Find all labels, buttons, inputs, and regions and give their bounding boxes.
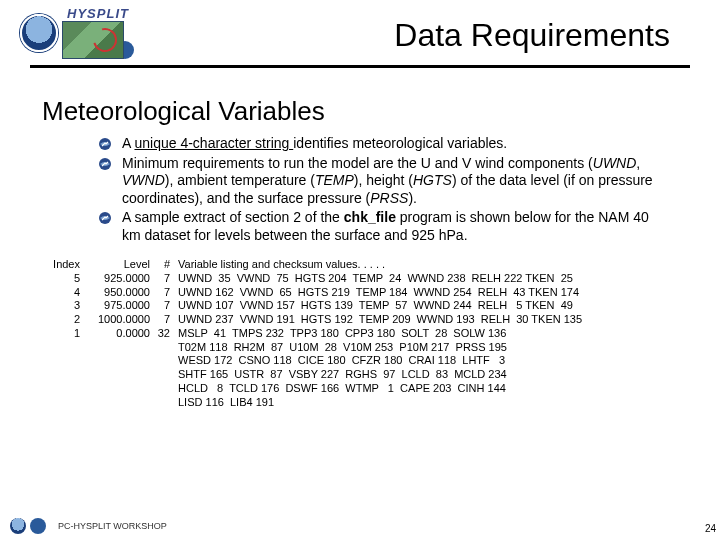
arl-mini-icon [30,518,46,534]
col-header: Variable listing and checksum values. . … [178,258,385,270]
bullet-item: Minimum requirements to run the model ar… [98,155,670,208]
var-name: PRSS [370,190,408,206]
footer-text: PC-HYSPLIT WORKSHOP [58,521,167,531]
map-graphic-icon [62,21,124,59]
bullet-icon [98,211,112,225]
bullet-item: A unique 4-character string identifies m… [98,135,670,153]
col-header: Index [53,258,80,270]
text-fragment: Minimum requirements to run the model ar… [122,155,593,171]
bullet-list: A unique 4-character string identifies m… [98,135,670,244]
index-column: Index 5 4 3 2 1 [42,258,80,409]
underlined-phrase: unique 4-character string [134,135,293,151]
bullet-text: A unique 4-character string identifies m… [122,135,670,153]
slide-title: Data Requirements [134,11,700,54]
logo-block: HYSPLIT [20,6,134,59]
text-fragment: ), height ( [354,172,413,188]
var-name: HGTS [413,172,452,188]
hysplit-logo-group: HYSPLIT [62,6,134,59]
bullet-text: A sample extract of section 2 of the chk… [122,209,670,244]
text-fragment: ). [408,190,417,206]
variable-column: Variable listing and checksum values. . … [170,258,582,409]
data-table: Index 5 4 3 2 1 Level 925.0000 950.0000 … [42,258,720,409]
bullet-icon [98,137,112,151]
page-number: 24 [705,523,716,534]
bullet-icon [98,157,112,171]
bullet-item: A sample extract of section 2 of the chk… [98,209,670,244]
level-column: Level 925.0000 950.0000 975.0000 1000.00… [80,258,150,409]
count-column: # 7 7 7 7 32 [150,258,170,409]
text-fragment: identifies meteorological variables. [293,135,507,151]
col-values: 7 7 7 7 32 [158,272,170,339]
noaa-mini-icon [10,518,26,534]
var-name: VWND [122,172,165,188]
text-fragment: ), ambient temperature ( [165,172,315,188]
bullet-text: Minimum requirements to run the model ar… [122,155,670,208]
text-fragment: A sample extract of section 2 of the [122,209,344,225]
var-name: UWND [593,155,637,171]
col-values: 925.0000 950.0000 975.0000 1000.0000 0.0… [98,272,150,339]
col-header: Level [124,258,150,270]
var-name: TEMP [315,172,354,188]
slide-footer: PC-HYSPLIT WORKSHOP [0,518,720,534]
program-name: chk_file [344,209,396,225]
slide-header: HYSPLIT Data Requirements [0,0,720,59]
product-label: HYSPLIT [67,6,129,21]
section-heading: Meteorological Variables [42,96,720,127]
title-divider [30,65,690,68]
col-values: UWND 35 VWND 75 HGTS 204 TEMP 24 WWND 23… [178,272,582,408]
noaa-logo-icon [20,14,58,52]
text-fragment: , [636,155,640,171]
text-fragment: A [122,135,134,151]
